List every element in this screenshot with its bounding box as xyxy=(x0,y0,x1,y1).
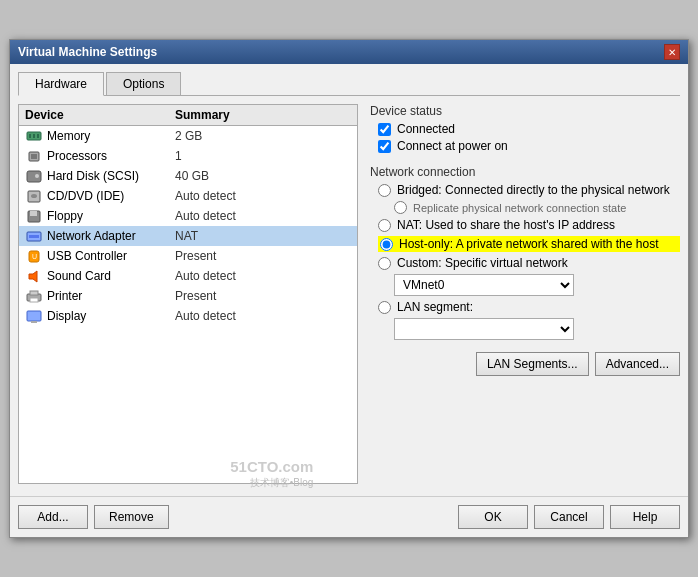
svg-rect-5 xyxy=(31,154,37,159)
help-button[interactable]: Help xyxy=(610,505,680,529)
radio-hostonly-row: Host-only: A private network shared with… xyxy=(378,236,680,252)
device-name-9: Display xyxy=(47,309,175,323)
network-action-buttons: LAN Segments... Advanced... xyxy=(370,352,680,376)
device-status-section: Device status Connected Connect at power… xyxy=(370,104,680,153)
device-name-2: Hard Disk (SCSI) xyxy=(47,169,175,183)
svg-rect-21 xyxy=(31,321,37,323)
radio-custom[interactable] xyxy=(378,257,391,270)
custom-dropdown[interactable]: VMnet0 xyxy=(394,274,574,296)
radio-replicate-label: Replicate physical network connection st… xyxy=(413,202,626,214)
lan-segment-dropdown-row xyxy=(394,318,680,340)
device-row-harddiskscsi[interactable]: Hard Disk (SCSI)40 GB xyxy=(19,166,357,186)
add-button[interactable]: Add... xyxy=(18,505,88,529)
memory-icon xyxy=(25,129,43,143)
window-title: Virtual Machine Settings xyxy=(18,45,157,59)
svg-point-9 xyxy=(31,194,37,198)
network-connection-label: Network connection xyxy=(370,165,680,179)
svg-rect-20 xyxy=(27,311,41,321)
device-summary-5: NAT xyxy=(175,229,351,243)
floppy-icon xyxy=(25,209,43,223)
device-summary-1: 1 xyxy=(175,149,351,163)
device-list-panel: Device Summary Memory2 GBProcessors1Hard… xyxy=(18,104,358,484)
footer-right-buttons: OK Cancel Help xyxy=(458,505,680,529)
remove-button[interactable]: Remove xyxy=(94,505,169,529)
connected-row: Connected xyxy=(378,122,680,136)
radio-replicate[interactable] xyxy=(394,201,407,214)
footer: Add... Remove 51CTO.com 技术博客•Blog OK Can… xyxy=(10,496,688,537)
device-row-processors[interactable]: Processors1 xyxy=(19,146,357,166)
device-name-4: Floppy xyxy=(47,209,175,223)
lan-segment-dropdown[interactable] xyxy=(394,318,574,340)
device-row-display[interactable]: DisplayAuto detect xyxy=(19,306,357,326)
tab-options[interactable]: Options xyxy=(106,72,181,95)
hdd-icon xyxy=(25,169,43,183)
device-summary-8: Present xyxy=(175,289,351,303)
radio-nat-label: NAT: Used to share the host's IP address xyxy=(397,218,615,232)
usb-icon: U xyxy=(25,249,43,263)
col-device-header: Device xyxy=(25,108,175,122)
device-row-networkadapter[interactable]: Network AdapterNAT xyxy=(19,226,357,246)
device-name-8: Printer xyxy=(47,289,175,303)
printer-icon xyxy=(25,289,43,303)
display-icon xyxy=(25,309,43,323)
radio-nat-row: NAT: Used to share the host's IP address xyxy=(378,218,680,232)
device-summary-3: Auto detect xyxy=(175,189,351,203)
radio-hostonly[interactable] xyxy=(380,238,393,251)
device-name-1: Processors xyxy=(47,149,175,163)
radio-lan-segment[interactable] xyxy=(378,301,391,314)
device-row-printer[interactable]: PrinterPresent xyxy=(19,286,357,306)
footer-left-buttons: Add... Remove xyxy=(18,505,169,529)
custom-dropdown-row: VMnet0 xyxy=(394,274,680,296)
radio-nat[interactable] xyxy=(378,219,391,232)
watermark-line1: 51CTO.com xyxy=(230,457,313,477)
device-summary-7: Auto detect xyxy=(175,269,351,283)
device-summary-4: Auto detect xyxy=(175,209,351,223)
radio-bridged-row: Bridged: Connected directly to the physi… xyxy=(378,183,680,197)
advanced-button[interactable]: Advanced... xyxy=(595,352,680,376)
connected-label: Connected xyxy=(397,122,455,136)
device-name-3: CD/DVD (IDE) xyxy=(47,189,175,203)
tab-hardware[interactable]: Hardware xyxy=(18,72,104,96)
device-row-cddvdide[interactable]: CD/DVD (IDE)Auto detect xyxy=(19,186,357,206)
svg-point-7 xyxy=(35,174,39,178)
lan-segment-label: LAN segment: xyxy=(397,300,473,314)
close-button[interactable]: ✕ xyxy=(664,44,680,60)
connect-power-row: Connect at power on xyxy=(378,139,680,153)
device-summary-0: 2 GB xyxy=(175,129,351,143)
device-row-floppy[interactable]: FloppyAuto detect xyxy=(19,206,357,226)
radio-bridged[interactable] xyxy=(378,184,391,197)
svg-rect-19 xyxy=(30,298,38,302)
svg-rect-3 xyxy=(37,134,39,138)
device-row-usbcontroller[interactable]: UUSB ControllerPresent xyxy=(19,246,357,266)
radio-hostonly-label: Host-only: A private network shared with… xyxy=(399,237,658,251)
right-panel: Device status Connected Connect at power… xyxy=(370,104,680,484)
radio-bridged-label: Bridged: Connected directly to the physi… xyxy=(397,183,670,197)
nic-icon xyxy=(25,229,43,243)
title-bar: Virtual Machine Settings ✕ xyxy=(10,40,688,64)
connect-power-checkbox[interactable] xyxy=(378,140,391,153)
cancel-button[interactable]: Cancel xyxy=(534,505,604,529)
radio-replicate-row: Replicate physical network connection st… xyxy=(394,201,680,214)
connect-power-label: Connect at power on xyxy=(397,139,508,153)
lan-segments-button[interactable]: LAN Segments... xyxy=(476,352,589,376)
radio-custom-row: Custom: Specific virtual network xyxy=(378,256,680,270)
tab-bar: Hardware Options xyxy=(18,72,680,96)
device-summary-9: Auto detect xyxy=(175,309,351,323)
watermark-line2: 技术博客•Blog xyxy=(230,476,313,489)
svg-rect-18 xyxy=(30,291,38,295)
svg-text:U: U xyxy=(32,253,37,260)
device-summary-2: 40 GB xyxy=(175,169,351,183)
connected-checkbox[interactable] xyxy=(378,123,391,136)
cpu-icon xyxy=(25,149,43,163)
network-connection-section: Network connection Bridged: Connected di… xyxy=(370,165,680,376)
radio-custom-label: Custom: Specific virtual network xyxy=(397,256,568,270)
virtual-machine-settings-window: Virtual Machine Settings ✕ Hardware Opti… xyxy=(9,39,689,538)
ok-button[interactable]: OK xyxy=(458,505,528,529)
device-name-7: Sound Card xyxy=(47,269,175,283)
device-list-header: Device Summary xyxy=(19,105,357,126)
svg-rect-1 xyxy=(29,134,31,138)
device-name-0: Memory xyxy=(47,129,175,143)
device-row-soundcard[interactable]: Sound CardAuto detect xyxy=(19,266,357,286)
device-row-memory[interactable]: Memory2 GB xyxy=(19,126,357,146)
svg-marker-16 xyxy=(29,271,37,282)
